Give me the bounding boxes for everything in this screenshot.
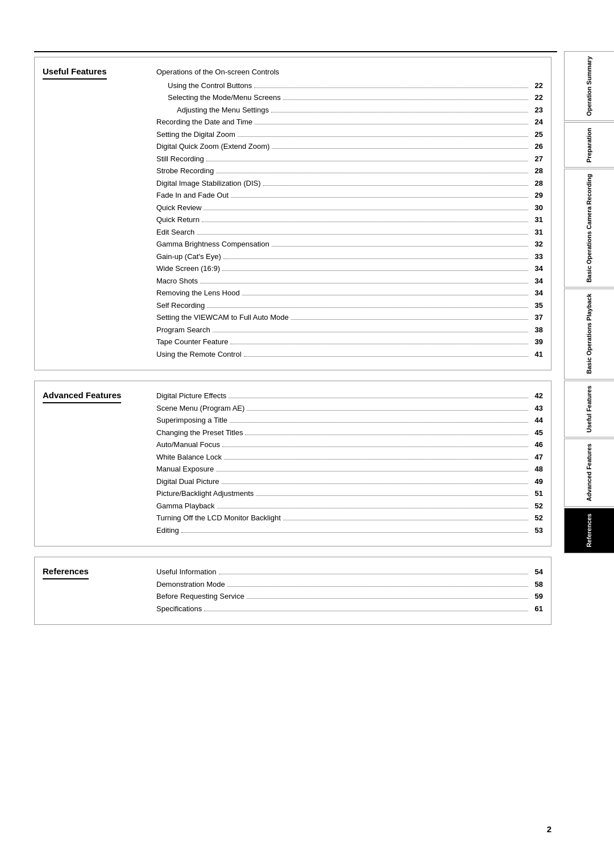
entry-row: Scene Menu (Program AE)43 (156, 403, 543, 414)
entry-label: Manual Exposure (156, 464, 530, 475)
entry-label: Auto/Manual Focus (156, 439, 530, 450)
entry-row: Program Search38 (156, 324, 543, 336)
entry-dots (244, 356, 528, 357)
entry-label: Gain-up (Cat's Eye) (156, 251, 530, 262)
sidebar-tab-operation-summary[interactable]: Operation Summary (564, 51, 614, 121)
entry-text: Digital Quick Zoom (Extend Zoom) (156, 141, 269, 152)
entry-dots (213, 332, 528, 332)
entry-page: 34 (530, 263, 543, 274)
entry-label: Edit Search (156, 227, 530, 238)
entry-label: Digital Picture Effects (156, 390, 530, 402)
entry-text: Auto/Manual Focus (156, 439, 220, 450)
entry-row: Recording the Date and Time24 (156, 116, 543, 128)
section-title-col-useful-features: Useful Features (43, 66, 156, 361)
entry-text: Before Requesting Service (156, 591, 244, 602)
entry-row: Wide Screen (16:9)34 (156, 263, 543, 274)
entry-text: Digital Image Stabilization (DIS) (156, 178, 261, 189)
entry-text: Wide Screen (16:9) (156, 263, 220, 274)
entry-page: 30 (530, 202, 543, 214)
entry-label: Wide Screen (16:9) (156, 263, 530, 274)
page-container: Operation SummaryPreparationBasic Operat… (0, 0, 614, 868)
entry-row: Macro Shots34 (156, 276, 543, 287)
entry-row: Operations of the On-screen Controls (156, 66, 543, 79)
entry-page: 39 (530, 336, 543, 348)
sidebar-tab-references[interactable]: References (564, 508, 614, 553)
entry-label: Still Recording (156, 153, 530, 165)
entry-page: 45 (530, 427, 543, 439)
entry-page: 38 (530, 324, 543, 336)
main-content: Useful FeaturesOperations of the On-scre… (34, 57, 551, 635)
entry-row: Edit Search31 (156, 227, 543, 238)
entry-text: Fade In and Fade Out (156, 190, 229, 201)
entry-dots (271, 112, 528, 112)
entry-label: Before Requesting Service (156, 591, 530, 602)
entry-row: Superimposing a Title44 (156, 415, 543, 426)
section-advanced-features: Advanced FeaturesDigital Picture Effects… (34, 381, 551, 546)
entry-dots (272, 246, 528, 247)
entry-text: White Balance Lock (156, 452, 222, 463)
entry-row: Auto/Manual Focus46 (156, 439, 543, 450)
entry-label: Superimposing a Title (156, 415, 530, 426)
entry-dots (181, 532, 528, 533)
entry-dots (229, 398, 528, 398)
entry-label: Program Search (156, 324, 530, 336)
entry-dots (242, 295, 528, 295)
entry-text: Scene Menu (Program AE) (156, 403, 244, 414)
entry-row: Gain-up (Cat's Eye)33 (156, 251, 543, 262)
entry-row: Using the Control Buttons22 (156, 80, 543, 91)
entry-label: Useful Information (156, 566, 530, 578)
entry-text: Still Recording (156, 153, 204, 165)
sidebar-tab-preparation[interactable]: Preparation (564, 122, 614, 168)
entry-row: Tape Counter Feature39 (156, 336, 543, 348)
entry-label: Recording the Date and Time (156, 116, 530, 128)
entry-label: Macro Shots (156, 276, 530, 287)
entry-dots (245, 435, 528, 435)
entry-dots (283, 99, 528, 100)
entry-page: 51 (530, 488, 543, 499)
entry-dots (216, 173, 528, 173)
entry-page: 44 (530, 415, 543, 426)
entry-page: 48 (530, 464, 543, 475)
entry-page: 46 (530, 439, 543, 450)
entry-text: Digital Dual Picture (156, 476, 219, 487)
entry-label: Removing the Lens Hood (156, 287, 530, 299)
section-entries-advanced-features: Digital Picture Effects42Scene Menu (Pro… (156, 390, 543, 537)
entry-dots (197, 234, 528, 235)
entry-text: Self Recording (156, 300, 205, 311)
entry-label: Self Recording (156, 300, 530, 311)
sidebar-tab-basic-operations-camera[interactable]: Basic Operations Camera Recording (564, 169, 614, 287)
entry-label: Gamma Playback (156, 500, 530, 512)
entry-page: 35 (530, 300, 543, 311)
entry-row: Adjusting the Menu Settings23 (156, 105, 543, 116)
entry-page: 59 (530, 591, 543, 602)
entry-page: 52 (530, 512, 543, 524)
entry-text: Picture/Backlight Adjustments (156, 488, 254, 499)
sidebar: Operation SummaryPreparationBasic Operat… (564, 51, 614, 554)
entry-text: Using the Control Buttons (156, 80, 252, 91)
entry-text: Removing the Lens Hood (156, 287, 240, 299)
entry-row: Digital Dual Picture49 (156, 476, 543, 487)
entry-text: Specifications (156, 603, 202, 615)
entry-text: Turning Off the LCD Monitor Backlight (156, 512, 281, 524)
entry-label: Tape Counter Feature (156, 336, 530, 348)
entry-label: Quick Review (156, 202, 530, 214)
entry-dots (272, 148, 528, 149)
entry-page: 43 (530, 403, 543, 414)
sidebar-tab-advanced-features[interactable]: Advanced Features (564, 439, 614, 506)
entry-row: Selecting the Mode/Menu Screens22 (156, 92, 543, 103)
entry-label: Picture/Backlight Adjustments (156, 488, 530, 499)
entry-dots (222, 270, 528, 271)
entry-label: Selecting the Mode/Menu Screens (156, 92, 530, 103)
entry-row: Useful Information54 (156, 566, 543, 578)
section-entries-useful-features: Operations of the On-screen ControlsUsin… (156, 66, 543, 361)
entry-page: 27 (530, 153, 543, 165)
entry-label: Quick Return (156, 214, 530, 226)
sidebar-tab-basic-operations-playback[interactable]: Basic Operations Playback (564, 289, 614, 379)
entry-row: Editing53 (156, 525, 543, 536)
entry-label: Gamma Brightness Compensation (156, 239, 530, 250)
entry-text: Gain-up (Cat's Eye) (156, 251, 221, 262)
entry-text: Tape Counter Feature (156, 336, 228, 348)
entry-dots (222, 446, 528, 447)
sidebar-tab-useful-features[interactable]: Useful Features (564, 381, 614, 438)
entry-row: Setting the VIEWCAM to Full Auto Mode37 (156, 312, 543, 323)
